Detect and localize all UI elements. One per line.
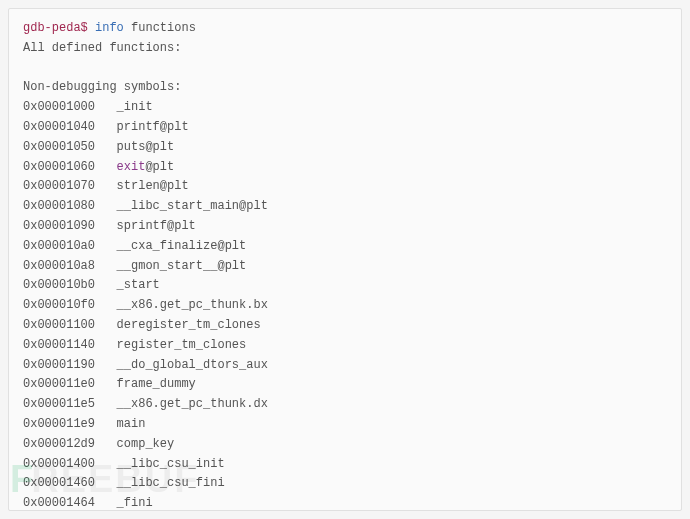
symbol-address: 0x00001100 [23, 316, 95, 336]
symbol-address: 0x00001050 [23, 138, 95, 158]
symbol-name-suffix: @plt [145, 160, 174, 174]
symbol-row: 0x00001460__libc_csu_fini [23, 474, 667, 494]
symbol-address: 0x00001140 [23, 336, 95, 356]
symbol-name: strlen@plt [117, 179, 189, 193]
symbol-row: 0x00001060exit@plt [23, 158, 667, 178]
symbol-address: 0x000011e5 [23, 395, 95, 415]
symbol-address: 0x00001070 [23, 177, 95, 197]
symbol-address: 0x00001080 [23, 197, 95, 217]
section-line: Non-debugging symbols: [23, 78, 667, 98]
symbol-address: 0x00001000 [23, 98, 95, 118]
symbol-row: 0x00001140register_tm_clones [23, 336, 667, 356]
symbol-name: _start [117, 278, 160, 292]
symbol-row: 0x000012d9comp_key [23, 435, 667, 455]
symbol-name: _init [117, 100, 153, 114]
symbol-row: 0x000011e0frame_dummy [23, 375, 667, 395]
symbol-name: __libc_csu_fini [117, 476, 225, 490]
symbol-row: 0x000011e5__x86.get_pc_thunk.dx [23, 395, 667, 415]
symbol-name: __x86.get_pc_thunk.bx [117, 298, 268, 312]
symbol-address: 0x00001090 [23, 217, 95, 237]
symbol-row: 0x00001400__libc_csu_init [23, 455, 667, 475]
symbol-row: 0x00001070strlen@plt [23, 177, 667, 197]
blank-line [23, 59, 667, 79]
symbol-name: printf@plt [117, 120, 189, 134]
symbol-name: frame_dummy [117, 377, 196, 391]
symbol-name: deregister_tm_clones [117, 318, 261, 332]
symbol-address: 0x00001460 [23, 474, 95, 494]
prompt-line[interactable]: gdb-peda$ info functions [23, 19, 667, 39]
header-line: All defined functions: [23, 39, 667, 59]
symbol-address: 0x00001400 [23, 455, 95, 475]
symbol-name: puts@plt [117, 140, 175, 154]
symbol-name: __do_global_dtors_aux [117, 358, 268, 372]
symbol-address: 0x00001060 [23, 158, 95, 178]
symbol-name: register_tm_clones [117, 338, 247, 352]
symbol-name: comp_key [117, 437, 175, 451]
symbol-row: 0x000011e9main [23, 415, 667, 435]
symbol-row: 0x000010a8__gmon_start__@plt [23, 257, 667, 277]
symbol-address: 0x000011e0 [23, 375, 95, 395]
symbol-address: 0x000010b0 [23, 276, 95, 296]
symbols-list: 0x00001000_init0x00001040printf@plt0x000… [23, 98, 667, 511]
symbol-name-highlight: exit [117, 160, 146, 174]
symbol-name: __libc_start_main@plt [117, 199, 268, 213]
symbol-row: 0x000010a0__cxa_finalize@plt [23, 237, 667, 257]
symbol-address: 0x00001040 [23, 118, 95, 138]
symbol-address: 0x00001464 [23, 494, 95, 511]
symbol-address: 0x000010a8 [23, 257, 95, 277]
terminal-output: gdb-peda$ info functions All defined fun… [8, 8, 682, 511]
prompt-prefix: gdb-peda [23, 21, 81, 35]
symbol-name: __gmon_start__@plt [117, 259, 247, 273]
symbol-row: 0x00001090sprintf@plt [23, 217, 667, 237]
symbol-row: 0x00001050puts@plt [23, 138, 667, 158]
symbol-name: __libc_csu_init [117, 457, 225, 471]
symbol-name: _fini [117, 496, 153, 510]
symbol-address: 0x00001190 [23, 356, 95, 376]
symbol-row: 0x00001080__libc_start_main@plt [23, 197, 667, 217]
command-keyword: info [95, 21, 124, 35]
symbol-row: 0x00001100deregister_tm_clones [23, 316, 667, 336]
symbol-name: __cxa_finalize@plt [117, 239, 247, 253]
symbol-row: 0x00001000_init [23, 98, 667, 118]
symbol-row: 0x00001464_fini [23, 494, 667, 511]
symbol-address: 0x000010a0 [23, 237, 95, 257]
symbol-address: 0x000010f0 [23, 296, 95, 316]
symbol-row: 0x000010b0_start [23, 276, 667, 296]
prompt-dollar: $ [81, 21, 88, 35]
symbol-row: 0x00001040printf@plt [23, 118, 667, 138]
symbol-name: main [117, 417, 146, 431]
symbol-name: sprintf@plt [117, 219, 196, 233]
command-arg: functions [131, 21, 196, 35]
symbol-name: __x86.get_pc_thunk.dx [117, 397, 268, 411]
symbol-row: 0x00001190__do_global_dtors_aux [23, 356, 667, 376]
symbol-address: 0x000012d9 [23, 435, 95, 455]
symbol-address: 0x000011e9 [23, 415, 95, 435]
symbol-row: 0x000010f0__x86.get_pc_thunk.bx [23, 296, 667, 316]
